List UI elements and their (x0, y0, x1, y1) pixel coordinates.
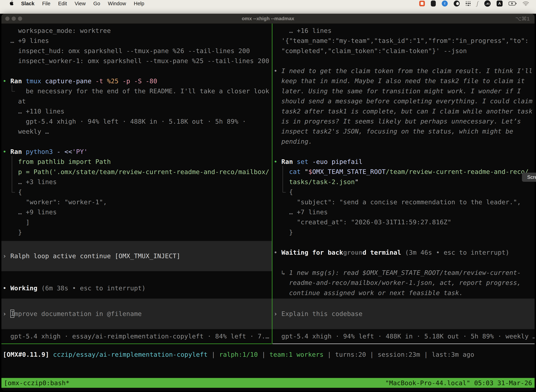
left-ran-python: • Ran python3 - <<'PY' from pathlib impo… (3, 147, 271, 238)
terminal-line: continue assigned work or next feasible … (274, 288, 534, 298)
terminal-line: … +9 lines (3, 207, 271, 217)
banner-text: Ralph loop active continue [OMX_TMUX_INJ… (10, 252, 180, 260)
terminal-line: inspect_worker-1: omx sparkshell --tmux-… (3, 56, 271, 66)
terminal-window: omx --xhigh --madmax ⌥⌘1 workspace_mode:… (1, 14, 535, 391)
terminal-line: cat "$OMX_TEAM_STATE_ROOT/team/review-cu… (274, 167, 534, 177)
terminal-line: "worker": "worker-1", (3, 197, 271, 207)
terminal-line: [OMX#0.11.9] cczip/essay/ai-reimplementa… (3, 350, 534, 359)
menu-item-window[interactable]: Window (108, 1, 126, 6)
s-curve-icon[interactable]: ʃ (477, 0, 478, 7)
title-bar: omx --xhigh --madmax ⌥⌘1 (1, 14, 535, 23)
left-ran-capture: • Ran tmux capture-pane -t %25 -p -S -80… (3, 76, 271, 136)
right-ran-cat: • Ran set -euo pipefail cat "$OMX_TEAM_S… (274, 157, 534, 237)
inject-banner: › Ralph loop active continue [OMX_TMUX_I… (1, 241, 272, 271)
input-placeholder: mprove documentation in @filename (14, 310, 142, 317)
terminal-line: at (3, 96, 271, 106)
terminal-line: workspace_mode: worktree (3, 26, 271, 36)
left-model-status: gpt-5.4 xhigh · essay/ai-reimplementatio… (3, 331, 271, 341)
apple-menu-icon[interactable] (9, 0, 14, 6)
screen-tooltip: Scre (522, 173, 536, 182)
right-input-box[interactable]: › Explain this codebase (273, 299, 535, 329)
pane-border-bottom-right (273, 344, 535, 344)
terminal-line: pending. (274, 136, 534, 146)
keypad-icon[interactable] (431, 0, 436, 6)
terminal-line: inspect task2's JSON, focusing on the st… (274, 126, 534, 136)
wifi-icon[interactable] (523, 1, 529, 6)
text-cursor[interactable]: I (10, 310, 14, 318)
right-log-top: … +16 lines '{"team_name":"my-team","tas… (274, 26, 534, 56)
terminal-line: } (3, 227, 271, 237)
terminal-line: weekly … (3, 126, 271, 136)
terminal-line: • Working (6m 38s • esc to interrupt) (3, 283, 271, 293)
terminal-line: task2 after task1 is complete, but can I… (274, 106, 534, 116)
terminal-line: is in progress? It seems likely but perh… (274, 116, 534, 126)
menu-item-view[interactable]: View (75, 1, 86, 6)
terminal-line: "subject": "send a concise recommendatio… (274, 197, 534, 207)
working-status: • Working (6m 38s • esc to interrupt) (3, 283, 271, 293)
window-shortcut: ⌥⌘1 (515, 14, 530, 23)
terminal-line: tasks/task-2.json" (274, 177, 534, 187)
banner-prompt: › (3, 252, 10, 260)
terminal-line: … +9 lines (3, 36, 271, 46)
terminal-line: inspect_hud: omx sparkshell --tmux-pane … (3, 46, 271, 56)
terminal-line: "created_at": "2026-03-31T11:59:27.816Z" (274, 217, 534, 227)
right-thinking: • I need to get the claim token from the… (274, 66, 534, 146)
terminal-line: … +7 lines (274, 207, 534, 217)
terminal-line: … +3 lines (3, 177, 271, 187)
tmux-status-bar: [omx-cczip0:bash* "MacBook-Pro-44.local"… (1, 378, 535, 388)
pane-divider[interactable] (272, 23, 273, 344)
terminal-line: keep that in mind. Maybe I also need the… (274, 76, 534, 86)
terminal-line: from pathlib import Path (3, 157, 271, 167)
output-connector (12, 156, 15, 192)
terminal-line: gpt-5.4 xhigh · 94% left · 488K in · 5.1… (274, 331, 534, 341)
terminal-line: '{"team_name":"my-team","task_id":"1","f… (274, 36, 534, 46)
terminal-line: readme-and-reco/mailbox/worker-1.json, a… (274, 278, 534, 288)
terminal-line: ] (3, 217, 271, 227)
terminal-line: • I need to get the claim token from the… (274, 66, 534, 76)
tmux-session-name: [omx-cczip0:bash* (1, 379, 72, 387)
battery-icon[interactable] (509, 1, 517, 6)
terminal-line: "completed","claim_token":"claim-token"}… (274, 46, 534, 56)
menu-items: Slack FileEditViewGoWindowHelp (14, 1, 144, 6)
pie-icon[interactable] (454, 0, 460, 6)
terminal-line: gpt-5.4 xhigh · essay/ai-reimplementatio… (3, 331, 271, 341)
terminal-line: p = Path('.omx/state/team/review-current… (3, 167, 271, 177)
terminal-line: … +16 lines (274, 26, 534, 36)
terminal-line: ↳ 1 new msg(s): read $OMX_TEAM_STATE_ROO… (274, 268, 534, 278)
terminal-line: { (3, 187, 271, 197)
right-model-status: gpt-5.4 xhigh · 94% left · 488K in · 5.1… (274, 331, 534, 341)
count-badge-icon[interactable]: ..61 (484, 0, 491, 7)
omx-hud-line: [OMX#0.11.9] cczip/essay/ai-reimplementa… (3, 350, 534, 359)
prompt-chevron: › (3, 310, 10, 317)
screen: { "menu_bar": { "app": "Slack", "items":… (0, 0, 536, 392)
terminal-line: • Waiting for background terminal (3m 46… (274, 247, 534, 257)
left-log-top: workspace_mode: worktree … +9 lines insp… (3, 26, 271, 66)
chat-icon[interactable] (419, 1, 425, 6)
terminal-line: • Ran tmux capture-pane -t %25 -p -S -80 (3, 76, 271, 86)
terminal-line: • Ran python3 - <<'PY' (3, 147, 271, 157)
menu-item-app[interactable]: Slack (21, 1, 34, 6)
pane-border-bottom-left (1, 344, 272, 344)
window-title: omx --xhigh --madmax (1, 14, 535, 23)
left-input-box[interactable]: › Improve documentation in @filename (1, 299, 272, 329)
terminal-line: { (274, 187, 534, 197)
waiting-status: • Waiting for background terminal (3m 46… (274, 247, 534, 257)
menu-item-help[interactable]: Help (134, 1, 144, 6)
blue-badge-icon[interactable] (442, 0, 448, 6)
output-connector (12, 85, 15, 92)
terminal-line: • Ran set -euo pipefail (274, 157, 534, 167)
terminal-line: should send a message before completing … (274, 96, 534, 106)
terminal-line: … +110 lines (3, 106, 271, 116)
menu-item-file[interactable]: File (42, 1, 50, 6)
terminal-line: later. Using the same for transition mig… (274, 86, 534, 96)
input-placeholder: Explain this codebase (281, 310, 362, 317)
menu-status-icons: ʃ ..61 A (419, 0, 529, 7)
menu-bar: Slack FileEditViewGoWindowHelp ʃ ..61 A (0, 0, 536, 14)
input-source-icon[interactable]: A (497, 0, 502, 6)
terminal-line: be necessary for the end of the README. … (3, 86, 271, 96)
terminal-line: } (274, 227, 534, 237)
menu-item-go[interactable]: Go (93, 1, 100, 6)
dots-grid-icon[interactable] (466, 1, 471, 6)
terminal-line: gpt-5.4 xhigh · 94% left · 488K in · 5.1… (3, 117, 271, 126)
menu-item-edit[interactable]: Edit (58, 1, 67, 6)
